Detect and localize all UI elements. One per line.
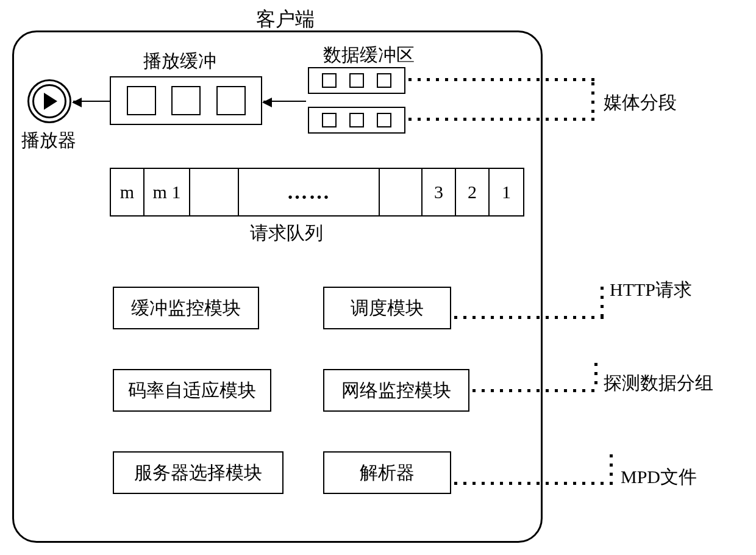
diagram-stage: 客户端 播放器 播放缓冲 数据缓冲区 媒体分段 (0, 0, 756, 555)
dotted-vertical-media (591, 82, 594, 113)
data-buffer-row (308, 107, 405, 134)
queue-cell: m (111, 169, 144, 215)
module-scheduler: 调度模块 (323, 287, 451, 329)
queue-cell (190, 169, 239, 215)
play-triangle-icon (44, 93, 57, 110)
request-queue-label: 请求队列 (250, 221, 323, 246)
queue-cell: m 1 (144, 169, 190, 215)
media-segment-label: 媒体分段 (604, 90, 677, 115)
queue-cell: 2 (456, 169, 490, 215)
arrow-data-to-play (263, 101, 306, 102)
player-label: 播放器 (21, 128, 76, 153)
play-icon-inner (32, 84, 66, 118)
dotted-connector-media-top (408, 78, 594, 81)
request-queue: m m 1 …… 3 2 1 (110, 168, 524, 217)
dotted-connector-http (454, 316, 604, 319)
buffer-slot (127, 86, 156, 115)
data-slot (377, 73, 391, 88)
queue-cell: 1 (490, 169, 523, 215)
buffer-slot (171, 86, 201, 115)
queue-cell: 3 (423, 169, 456, 215)
module-server-select: 服务器选择模块 (113, 451, 284, 494)
module-bitrate-adaptive: 码率自适应模块 (113, 369, 271, 412)
mpd-file-label: MPD文件 (621, 465, 697, 490)
dotted-vertical-http (601, 287, 604, 317)
data-slot (349, 73, 364, 88)
module-buffer-monitor: 缓冲监控模块 (113, 287, 259, 329)
data-slot (349, 113, 364, 127)
http-request-label: HTTP请求 (610, 278, 692, 303)
data-slot (322, 73, 337, 88)
dotted-vertical-mpd (610, 454, 613, 476)
data-buffer-label: 数据缓冲区 (323, 43, 415, 68)
queue-cell (380, 169, 423, 215)
play-buffer-box (110, 76, 262, 125)
client-title: 客户端 (256, 6, 315, 33)
module-network-monitor: 网络监控模块 (323, 369, 469, 412)
dotted-vertical-probe (594, 363, 597, 384)
arrow-buffer-to-player (73, 101, 110, 102)
data-buffer-row (308, 67, 405, 94)
module-parser: 解析器 (323, 451, 451, 494)
dotted-connector-probe (472, 389, 594, 392)
dotted-connector-media-bottom (408, 118, 594, 121)
data-slot (322, 113, 337, 127)
queue-ellipsis: …… (239, 169, 380, 215)
data-slot (377, 113, 391, 127)
buffer-slot (216, 86, 246, 115)
probe-packet-label: 探测数据分组 (604, 371, 713, 396)
play-icon (27, 79, 71, 123)
dotted-connector-mpd (454, 482, 613, 485)
play-buffer-label: 播放缓冲 (143, 49, 216, 74)
